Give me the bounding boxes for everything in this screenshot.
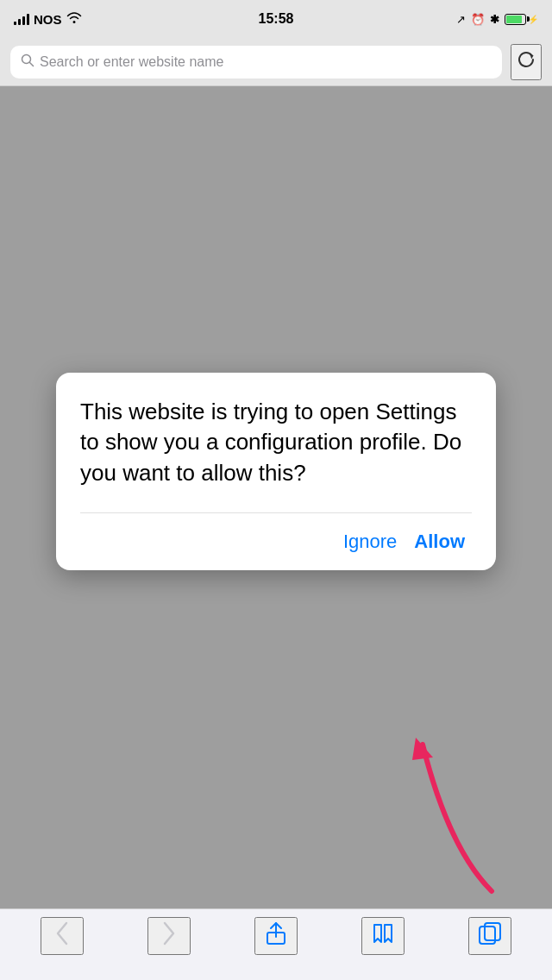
signal-bar-4: [27, 14, 29, 25]
tabs-icon: [478, 921, 502, 951]
bookmarks-button[interactable]: [361, 917, 405, 955]
signal-bars: [14, 13, 29, 25]
forward-button[interactable]: [147, 917, 191, 955]
svg-marker-3: [412, 738, 433, 760]
battery-container: ⚡: [505, 14, 538, 25]
wifi-icon: [66, 11, 82, 27]
status-right: ↗ ⏰ ✱ ⚡: [456, 13, 538, 26]
back-icon: [54, 921, 70, 951]
search-icon: [21, 53, 34, 70]
search-placeholder: Search or enter website name: [40, 54, 492, 70]
battery-fill: [506, 16, 522, 23]
alarm-icon: ⏰: [471, 13, 485, 26]
tabs-button[interactable]: [468, 917, 511, 955]
reload-button[interactable]: [511, 44, 542, 80]
svg-line-1: [30, 63, 34, 66]
status-left: NOS: [14, 11, 82, 27]
battery-icon: [505, 14, 526, 25]
share-button[interactable]: [254, 917, 298, 955]
signal-bar-1: [14, 22, 16, 25]
dialog-message: This website is trying to open Settings …: [80, 397, 472, 487]
signal-bar-2: [18, 19, 21, 25]
forward-icon: [161, 921, 177, 951]
search-field[interactable]: Search or enter website name: [10, 46, 502, 79]
ignore-button[interactable]: Ignore: [343, 531, 397, 553]
bookmarks-icon: [371, 921, 395, 951]
back-button[interactable]: [41, 917, 84, 955]
tab-bar: [0, 908, 552, 980]
share-icon: [265, 921, 287, 951]
status-bar: NOS 15:58 ↗ ⏰ ✱ ⚡: [0, 0, 552, 38]
dialog-box: This website is trying to open Settings …: [56, 373, 496, 569]
carrier-label: NOS: [34, 12, 62, 27]
arrow-annotation: [397, 727, 509, 900]
address-bar: Search or enter website name: [0, 38, 552, 86]
location-icon: ↗: [456, 13, 466, 26]
clock: 15:58: [259, 11, 294, 27]
main-content: This website is trying to open Settings …: [0, 86, 552, 908]
bluetooth-icon: ✱: [490, 13, 499, 26]
dialog-buttons: Ignore Allow: [80, 512, 472, 570]
signal-bar-3: [22, 16, 25, 25]
allow-button[interactable]: Allow: [414, 531, 465, 553]
